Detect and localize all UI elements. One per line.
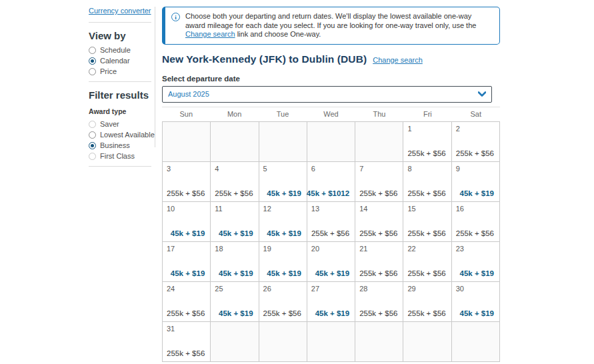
month-select-wrap: August 2025 [162, 86, 492, 103]
award-price-standard: 255k + $56 [215, 189, 253, 197]
view-by-option-calendar[interactable]: Calendar [89, 57, 151, 65]
calendar-day-cell-18[interactable]: 1845k + $19 [211, 242, 259, 282]
award-price-saver[interactable]: 45k + $19 [315, 269, 349, 277]
calendar-day-cell-23[interactable]: 2345k + $19 [452, 242, 500, 282]
radio-label: Schedule [100, 46, 131, 54]
calendar-day-cell-2[interactable]: 2255k + $56 [452, 122, 500, 162]
radio-button-icon[interactable] [89, 68, 96, 75]
award-price-standard: 255k + $56 [167, 349, 205, 357]
day-number: 29 [407, 285, 415, 293]
calendar-day-cell-17[interactable]: 1745k + $19 [163, 242, 211, 282]
award-price-saver[interactable]: 45k + $19 [219, 229, 253, 237]
award-price-saver[interactable]: 45k + $19 [171, 269, 205, 277]
change-search-link[interactable]: Change search [373, 56, 423, 64]
radio-label: Business [100, 141, 130, 149]
calendar-day-cell-1[interactable]: 1255k + $56 [403, 122, 451, 162]
day-header-sun: Sun [162, 110, 210, 118]
award-price-saver[interactable]: 45k + $19 [460, 309, 494, 317]
calendar-day-cell-24[interactable]: 24255k + $56 [163, 282, 211, 322]
calendar-day-cell-21[interactable]: 21255k + $56 [355, 242, 403, 282]
day-number: 8 [407, 165, 411, 173]
calendar-day-cell-16[interactable]: 16255k + $56 [452, 202, 500, 242]
calendar-day-cell-4[interactable]: 4255k + $56 [211, 162, 259, 202]
view-by-option-price[interactable]: Price [89, 67, 151, 75]
info-banner: i Choose both your departing and return … [162, 7, 500, 45]
route-title-row: New York-Kennedy (JFK) to Dublin (DUB) C… [162, 53, 500, 65]
award-price-saver[interactable]: 45k + $19 [315, 309, 349, 317]
day-number: 16 [456, 205, 464, 213]
calendar-day-cell-25[interactable]: 2545k + $19 [211, 282, 259, 322]
award-price-saver[interactable]: 45k + $19 [267, 189, 301, 197]
award-price-standard: 255k + $56 [359, 229, 397, 237]
award-price-saver[interactable]: 45k + $19 [219, 309, 253, 317]
award-price-standard: 255k + $56 [167, 189, 205, 197]
calendar-day-cell-26[interactable]: 26255k + $56 [259, 282, 307, 322]
award-price-saver[interactable]: 45k + $19 [171, 229, 205, 237]
route-title: New York-Kennedy (JFK) to Dublin (DUB) [162, 53, 367, 65]
day-header-tue: Tue [259, 110, 307, 118]
day-number: 26 [263, 285, 271, 293]
radio-button-icon[interactable] [89, 131, 96, 139]
sidebar-vertical-divider [155, 7, 155, 147]
calendar-empty-cell [211, 122, 259, 162]
calendar-day-cell-3[interactable]: 3255k + $56 [163, 162, 211, 202]
radio-button-icon[interactable] [89, 142, 96, 149]
award-type-option-lowest-available[interactable]: Lowest Available [89, 131, 151, 139]
day-number: 30 [456, 285, 464, 293]
award-price-saver[interactable]: 45k + $19 [460, 189, 494, 197]
calendar-day-cell-27[interactable]: 2745k + $19 [307, 282, 355, 322]
calendar-day-cell-28[interactable]: 28255k + $56 [355, 282, 403, 322]
radio-button-icon [89, 121, 96, 128]
award-price-standard: 255k + $56 [407, 309, 445, 317]
calendar-day-cell-11[interactable]: 1145k + $19 [211, 202, 259, 242]
info-icon: i [171, 13, 180, 21]
calendar-empty-cell [403, 322, 451, 362]
currency-converter-link[interactable]: Currency converter [89, 7, 151, 15]
calendar-day-cell-8[interactable]: 8255k + $56 [403, 162, 451, 202]
calendar-empty-cell [307, 122, 355, 162]
radio-label: Calendar [100, 57, 130, 65]
award-price-saver[interactable]: 45k + $19 [267, 229, 301, 237]
award-price-standard: 255k + $56 [407, 229, 445, 237]
award-price-standard: 255k + $56 [263, 309, 301, 317]
calendar-day-cell-13[interactable]: 13255k + $56 [307, 202, 355, 242]
award-price-saver[interactable]: 45k + $19 [460, 269, 494, 277]
month-select[interactable]: August 2025 [162, 86, 492, 103]
calendar-day-cell-9[interactable]: 945k + $19 [452, 162, 500, 202]
day-number: 11 [215, 205, 222, 213]
calendar-day-cell-5[interactable]: 545k + $19 [259, 162, 307, 202]
day-number: 25 [215, 285, 223, 293]
award-price-saver[interactable]: 45k + $1012 [307, 189, 349, 197]
calendar-day-cell-19[interactable]: 1945k + $19 [259, 242, 307, 282]
day-number: 13 [311, 205, 319, 213]
sidebar-divider [89, 81, 151, 82]
calendar-day-cell-15[interactable]: 15255k + $56 [403, 202, 451, 242]
radio-button-icon [89, 153, 96, 160]
award-price-saver[interactable]: 45k + $19 [267, 269, 301, 277]
view-by-option-schedule[interactable]: Schedule [89, 46, 151, 54]
calendar-day-cell-22[interactable]: 22255k + $56 [403, 242, 451, 282]
calendar-day-cell-12[interactable]: 1245k + $19 [259, 202, 307, 242]
change-search-inline-link[interactable]: Change search [185, 30, 235, 38]
day-number: 1 [407, 125, 411, 133]
calendar-day-cell-30[interactable]: 3045k + $19 [452, 282, 500, 322]
day-number: 27 [311, 285, 319, 293]
calendar-day-cell-29[interactable]: 29255k + $56 [403, 282, 451, 322]
award-type-option-business[interactable]: Business [89, 141, 151, 149]
calendar-day-cell-14[interactable]: 14255k + $56 [355, 202, 403, 242]
calendar-day-cell-6[interactable]: 645k + $1012 [307, 162, 355, 202]
award-price-saver[interactable]: 45k + $19 [219, 269, 253, 277]
radio-label: First Class [100, 152, 135, 160]
award-price-standard: 255k + $56 [407, 189, 445, 197]
radio-button-icon[interactable] [89, 57, 96, 65]
day-number: 10 [167, 205, 175, 213]
calendar-empty-cell [163, 122, 211, 162]
day-number: 19 [263, 245, 271, 253]
calendar-day-cell-31[interactable]: 31255k + $56 [163, 322, 211, 362]
calendar-day-cell-20[interactable]: 2045k + $19 [307, 242, 355, 282]
select-departure-label: Select departure date [162, 75, 500, 83]
calendar-day-cell-7[interactable]: 7255k + $56 [355, 162, 403, 202]
calendar-day-cell-10[interactable]: 1045k + $19 [163, 202, 211, 242]
award-type-radio-group: SaverLowest AvailableBusinessFirst Class [89, 120, 151, 160]
radio-button-icon[interactable] [89, 47, 96, 54]
